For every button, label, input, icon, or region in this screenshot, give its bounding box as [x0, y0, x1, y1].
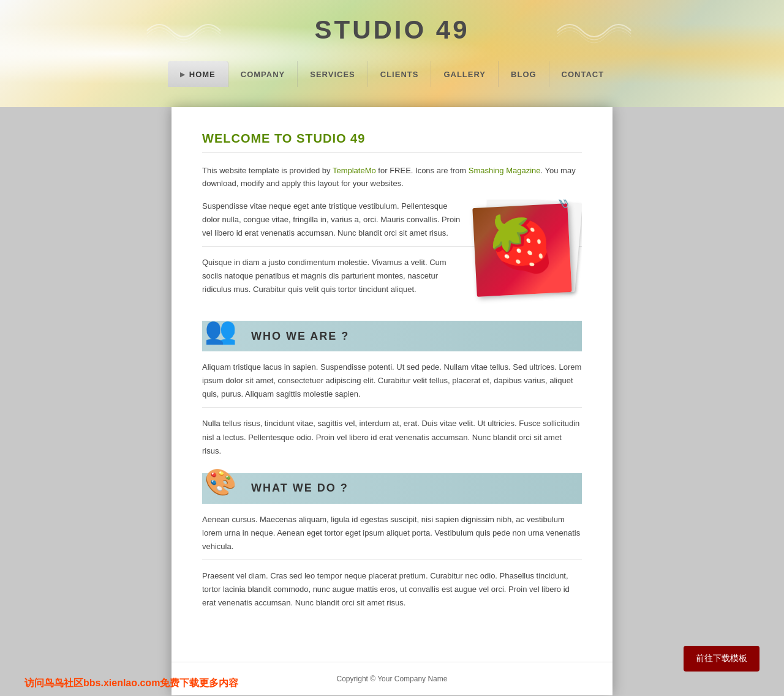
smashing-link[interactable]: Smashing Magazine [469, 166, 541, 175]
download-button[interactable]: 前往下载模板 [684, 646, 760, 672]
strawberry-photo: 🍓 📎 [475, 200, 582, 301]
copyright-text: Copyright © Your Company Name [337, 675, 448, 683]
who-title: WHO WE ARE ? [251, 330, 349, 343]
watermark: 访问鸟鸟社区bbs.xienlao.com免费下载更多内容 [24, 677, 238, 690]
site-title: STUDIO 49 [0, 15, 784, 45]
nav-clients[interactable]: CLIENTS [368, 61, 432, 87]
content-with-image: 🍓 📎 Suspendisse vitae neque eget ante tr… [202, 200, 582, 312]
what-paragraph-2: Praesent vel diam. Cras sed leo tempor n… [202, 569, 582, 616]
navigation: HOME COMPANY SERVICES CLIENTS GALLERY BL… [0, 61, 784, 87]
nav-inner: HOME COMPANY SERVICES CLIENTS GALLERY BL… [168, 61, 616, 87]
nav-home[interactable]: HOME [168, 61, 228, 87]
what-title: WHAT WE DO ? [251, 482, 349, 495]
photo-front: 🍓 [472, 203, 571, 297]
who-we-are-header: 👥 WHO WE ARE ? [202, 321, 582, 351]
who-paragraph-1: Aliquam tristique lacus in sapien. Suspe… [202, 361, 582, 408]
main-wrapper: WELCOME TO STUDIO 49 This website templa… [172, 107, 612, 695]
content-area: WELCOME TO STUDIO 49 This website templa… [172, 107, 612, 649]
nav-services[interactable]: SERVICES [298, 61, 368, 87]
what-we-do-header: 🎨 WHAT WE DO ? [202, 473, 582, 504]
intro-text-mid: for FREE. Icons are from [376, 166, 469, 175]
what-paragraph-1: Aenean cursus. Maecenas aliquam, ligula … [202, 513, 582, 560]
who-content: Aliquam tristique lacus in sapien. Suspe… [202, 361, 582, 464]
templatemo-link[interactable]: TemplateMo [333, 166, 376, 175]
nav-blog[interactable]: BLOG [499, 61, 549, 87]
intro-text-pre: This website template is provided by [202, 166, 333, 175]
nav-contact[interactable]: CONTACT [549, 61, 617, 87]
nav-gallery[interactable]: GALLERY [431, 61, 499, 87]
what-icon: 🎨 [199, 461, 242, 504]
who-icon: 👥 [199, 309, 242, 351]
welcome-title: WELCOME TO STUDIO 49 [202, 132, 582, 152]
who-paragraph-2: Nulla tellus risus, tincidunt vitae, sag… [202, 417, 582, 463]
intro-paragraph-1: This website template is provided by Tem… [202, 165, 582, 190]
what-content: Aenean cursus. Maecenas aliquam, ligula … [202, 513, 582, 616]
nav-company[interactable]: COMPANY [228, 61, 298, 87]
